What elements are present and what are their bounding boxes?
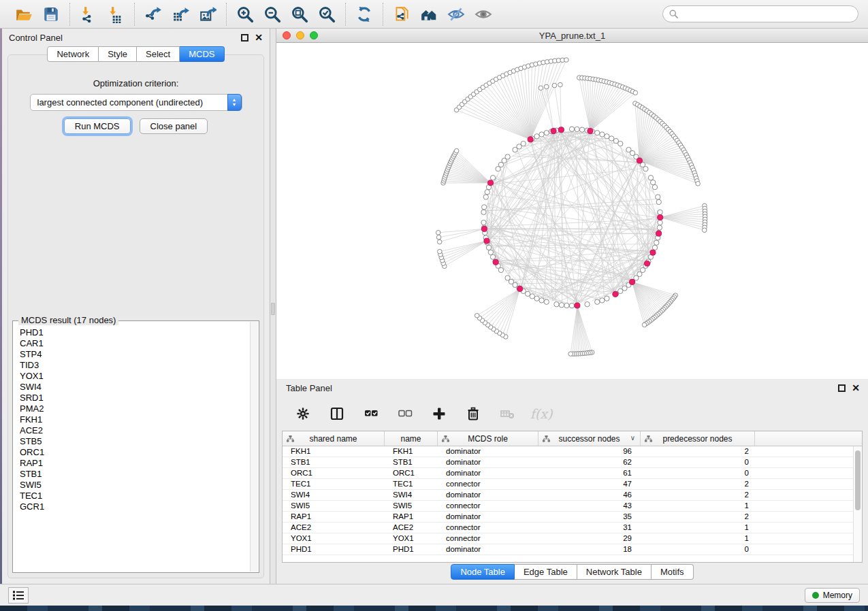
add-icon[interactable] xyxy=(429,403,449,424)
search-icon xyxy=(669,9,679,19)
run-mcds-button[interactable]: Run MCDS xyxy=(64,118,131,134)
main-toolbar xyxy=(0,0,868,29)
result-node-item[interactable]: TID3 xyxy=(20,360,250,371)
result-node-item[interactable]: GCR1 xyxy=(20,501,250,512)
result-node-item[interactable]: STB1 xyxy=(20,469,250,480)
network-canvas[interactable] xyxy=(276,43,868,379)
export-image-icon[interactable] xyxy=(195,3,220,25)
search-input[interactable] xyxy=(662,5,858,22)
result-node-item[interactable]: RAP1 xyxy=(20,458,250,469)
float-panel-icon[interactable] xyxy=(241,34,248,42)
tab-motifs[interactable]: Motifs xyxy=(652,564,694,580)
tab-node-table[interactable]: Node Table xyxy=(451,564,515,580)
cell-predecessor-nodes: 1 xyxy=(641,523,755,533)
home-networks-icon[interactable] xyxy=(417,3,441,25)
delete-table-icon xyxy=(497,403,517,424)
column-header-shared-name[interactable]: shared name xyxy=(283,431,385,446)
control-panel: Control Panel ✕ NetworkStyleSelectMCDS O… xyxy=(2,29,270,584)
network-window-title: YPA_prune.txt_1 xyxy=(276,31,868,41)
column-header-predecessor-nodes[interactable]: predecessor nodes xyxy=(641,431,755,446)
table-row[interactable]: YOX1YOX1connector291 xyxy=(283,533,862,544)
export-table-icon[interactable] xyxy=(168,3,193,25)
table-scrollbar-thumb[interactable] xyxy=(855,450,861,510)
table-row[interactable]: STB1STB1dominator620 xyxy=(283,457,862,468)
cell-name: RAP1 xyxy=(385,512,438,522)
node-table: shared namenameMCDS rolesuccessor nodes∨… xyxy=(282,431,863,563)
cell-successor-nodes: 96 xyxy=(539,446,641,457)
result-node-item[interactable]: ACE2 xyxy=(20,425,250,436)
result-list-scrollbar[interactable] xyxy=(250,322,258,572)
hide-details-icon[interactable] xyxy=(444,3,468,25)
import-table-icon[interactable] xyxy=(103,3,128,25)
table-row[interactable]: ORC1ORC1dominator610 xyxy=(283,468,862,479)
cell-MCDS-role: dominator xyxy=(438,457,539,467)
splitter-grip[interactable] xyxy=(271,303,275,315)
result-node-item[interactable]: YOX1 xyxy=(20,371,250,382)
table-row[interactable]: RAP1RAP1dominator352 xyxy=(283,512,862,523)
zoom-in-icon[interactable] xyxy=(233,3,257,25)
float-table-panel-icon[interactable] xyxy=(838,384,846,392)
column-header-MCDS-role[interactable]: MCDS role xyxy=(438,431,539,446)
save-session-icon[interactable] xyxy=(39,3,63,25)
cell-shared-name: SWI4 xyxy=(283,490,385,500)
select-all-icon[interactable] xyxy=(361,403,381,424)
cell-shared-name: ACE2 xyxy=(283,523,385,533)
table-row[interactable]: PHD1PHD1dominator180 xyxy=(283,544,862,555)
tab-network-table[interactable]: Network Table xyxy=(577,564,652,580)
table-row[interactable]: SWI4SWI4dominator462 xyxy=(283,490,862,501)
tab-style[interactable]: Style xyxy=(99,46,137,62)
table-toolbar: f(x) xyxy=(276,397,868,431)
result-node-item[interactable]: STP4 xyxy=(20,349,250,360)
result-node-item[interactable]: STB5 xyxy=(20,436,250,447)
cell-MCDS-role: connector xyxy=(438,523,539,533)
table-row[interactable]: ACE2ACE2connector311 xyxy=(283,523,862,533)
open-network-file-icon[interactable] xyxy=(389,3,414,25)
task-history-button[interactable] xyxy=(8,587,29,604)
result-node-item[interactable]: PHD1 xyxy=(20,327,250,338)
result-node-item[interactable]: SWI5 xyxy=(20,480,250,491)
result-node-item[interactable]: CAR1 xyxy=(20,338,250,349)
zoom-out-icon[interactable] xyxy=(260,3,285,25)
tab-network[interactable]: Network xyxy=(47,46,99,62)
open-file-icon[interactable] xyxy=(12,3,36,25)
result-node-item[interactable]: ORC1 xyxy=(20,447,250,458)
application-window: Control Panel ✕ NetworkStyleSelectMCDS O… xyxy=(0,0,868,606)
table-row[interactable]: SWI5SWI5connector431 xyxy=(283,501,862,512)
column-header-successor-nodes[interactable]: successor nodes∨ xyxy=(539,431,641,446)
control-panel-tabs: NetworkStyleSelectMCDS xyxy=(2,46,270,62)
optimization-criterion-dropdown[interactable]: largest connected component (undirected)… xyxy=(30,94,242,111)
tab-select[interactable]: Select xyxy=(137,46,180,62)
result-node-item[interactable]: PMA2 xyxy=(20,403,250,414)
close-table-panel-icon[interactable]: ✕ xyxy=(852,384,860,392)
close-panel-button[interactable]: Close panel xyxy=(140,118,208,134)
close-panel-icon[interactable]: ✕ xyxy=(255,34,263,42)
table-row[interactable]: FKH1FKH1dominator962 xyxy=(283,446,862,457)
result-node-item[interactable]: FKH1 xyxy=(20,414,250,425)
mcds-result-group: MCDS result (17 nodes) PHD1CAR1STP4TID3Y… xyxy=(12,320,259,573)
column-layout-icon[interactable] xyxy=(327,403,347,424)
network-graph[interactable] xyxy=(276,43,868,379)
deselect-all-icon[interactable] xyxy=(395,403,415,424)
result-node-item[interactable]: SRD1 xyxy=(20,393,250,403)
result-node-item[interactable]: TEC1 xyxy=(20,491,250,501)
cell-predecessor-nodes: 0 xyxy=(641,468,755,478)
table-scrollbar[interactable] xyxy=(853,446,862,562)
mcds-tab-content: Optimization criterion: largest connecte… xyxy=(7,54,264,578)
mcds-result-list[interactable]: PHD1CAR1STP4TID3YOX1SWI4SRD1PMA2FKH1ACE2… xyxy=(14,322,250,572)
zoom-selected-icon[interactable] xyxy=(315,3,339,25)
table-row[interactable]: TEC1TEC1connector472 xyxy=(283,479,862,490)
tab-edge-table[interactable]: Edge Table xyxy=(515,564,577,580)
memory-button-label: Memory xyxy=(823,591,852,600)
column-header-name[interactable]: name xyxy=(385,431,438,446)
panel-splitter[interactable] xyxy=(270,29,276,584)
export-network-icon[interactable] xyxy=(141,3,165,25)
delete-icon[interactable] xyxy=(463,403,483,424)
table-settings-icon[interactable] xyxy=(293,403,313,424)
tab-mcds[interactable]: MCDS xyxy=(180,46,224,62)
import-network-icon[interactable] xyxy=(76,3,101,25)
result-node-item[interactable]: SWI4 xyxy=(20,382,250,393)
show-details-icon[interactable] xyxy=(471,3,496,25)
memory-button[interactable]: Memory xyxy=(805,588,860,603)
zoom-fit-icon[interactable] xyxy=(287,3,312,25)
refresh-icon[interactable] xyxy=(352,3,376,25)
